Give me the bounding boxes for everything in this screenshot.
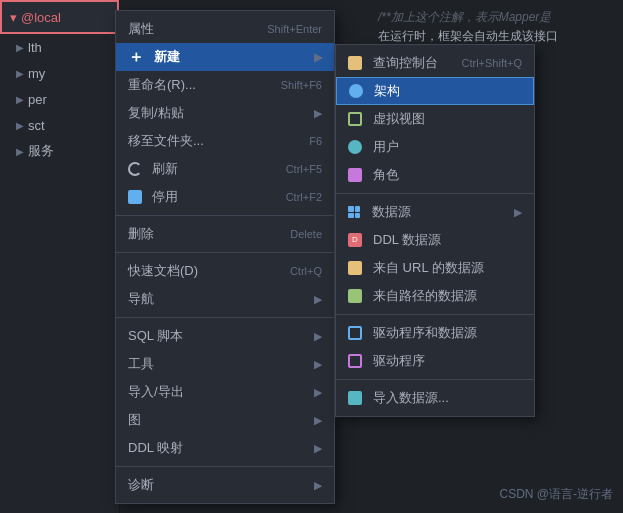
submenu-arrow-navigate: ▶ xyxy=(314,293,322,306)
datasource-icon xyxy=(348,206,360,218)
menu-label-diagram: 图 xyxy=(128,411,141,429)
item-label: sct xyxy=(28,118,45,133)
ddl-icon: D xyxy=(348,233,362,247)
menu-item-user[interactable]: 用户 xyxy=(336,133,534,161)
submenu-arrow-new: ▶ xyxy=(314,51,322,64)
menu-item-ddldatasource[interactable]: D DDL 数据源 xyxy=(336,226,534,254)
menu-item-driver[interactable]: 驱动程序 xyxy=(336,347,534,375)
context-menu-right: 查询控制台 Ctrl+Shift+Q 架构 虚拟视图 用户 角色 xyxy=(335,44,535,417)
item-arrow: ▶ xyxy=(16,146,24,157)
menu-label-ddldatasource: D DDL 数据源 xyxy=(348,231,441,249)
menu-item-role[interactable]: 角色 xyxy=(336,161,534,189)
refresh-icon xyxy=(128,162,142,176)
submenu-arrow-tools: ▶ xyxy=(314,358,322,371)
separator-right-2 xyxy=(336,314,534,315)
menu-shortcut-refresh: Ctrl+F5 xyxy=(286,163,322,175)
menu-item-importexport[interactable]: 导入/导出 ▶ xyxy=(116,378,334,406)
menu-shortcut-disable: Ctrl+F2 xyxy=(286,191,322,203)
user-icon xyxy=(348,140,362,154)
sidebar: ▾ @local ▶ lth ▶ my ▶ per ▶ sct ▶ 服务 xyxy=(0,0,120,513)
submenu-arrow-diagram: ▶ xyxy=(314,414,322,427)
menu-item-navigate[interactable]: 导航 ▶ xyxy=(116,285,334,313)
sidebar-item-sct[interactable]: ▶ sct xyxy=(0,112,119,138)
menu-item-virtualview[interactable]: 虚拟视图 xyxy=(336,105,534,133)
url-icon xyxy=(348,261,362,275)
menu-item-pathdatasource[interactable]: 来自路径的数据源 xyxy=(336,282,534,310)
menu-item-quickdoc[interactable]: 快速文档(D) Ctrl+Q xyxy=(116,257,334,285)
disable-icon xyxy=(128,190,142,204)
view-icon xyxy=(348,112,362,126)
menu-item-queryconsole[interactable]: 查询控制台 Ctrl+Shift+Q xyxy=(336,49,534,77)
menu-item-copypaste[interactable]: 复制/粘贴 ▶ xyxy=(116,99,334,127)
menu-item-disable[interactable]: 停用 Ctrl+F2 xyxy=(116,183,334,211)
menu-label-driveranddatasource: 驱动程序和数据源 xyxy=(348,324,477,342)
menu-item-rename[interactable]: 重命名(R)... Shift+F6 xyxy=(116,71,334,99)
menu-item-refresh[interactable]: 刷新 Ctrl+F5 xyxy=(116,155,334,183)
menu-item-datasource[interactable]: 数据源 ▶ xyxy=(336,198,534,226)
item-arrow: ▶ xyxy=(16,94,24,105)
separator-2 xyxy=(116,252,334,253)
menu-label-navigate: 导航 xyxy=(128,290,154,308)
menu-item-new[interactable]: ＋ 新建 ▶ xyxy=(116,43,334,71)
watermark-text: CSDN @语言-逆行者 xyxy=(499,487,613,501)
menu-item-tools[interactable]: 工具 ▶ xyxy=(116,350,334,378)
menu-label-importexport: 导入/导出 xyxy=(128,383,184,401)
menu-label-virtualview: 虚拟视图 xyxy=(348,110,425,128)
sidebar-expand-arrow: ▾ xyxy=(10,10,17,25)
menu-shortcut-quickdoc: Ctrl+Q xyxy=(290,265,322,277)
separator-3 xyxy=(116,317,334,318)
menu-item-driveranddatasource[interactable]: 驱动程序和数据源 xyxy=(336,319,534,347)
import-icon xyxy=(348,391,362,405)
menu-item-diagram[interactable]: 图 ▶ xyxy=(116,406,334,434)
watermark: CSDN @语言-逆行者 xyxy=(499,486,613,503)
menu-label-rename: 重命名(R)... xyxy=(128,76,196,94)
menu-item-urldatasource[interactable]: 来自 URL 的数据源 xyxy=(336,254,534,282)
submenu-arrow-datasource: ▶ xyxy=(514,206,522,219)
menu-label-queryconsole: 查询控制台 xyxy=(348,54,438,72)
menu-item-properties[interactable]: 属性 Shift+Enter xyxy=(116,15,334,43)
menu-label-urldatasource: 来自 URL 的数据源 xyxy=(348,259,484,277)
menu-label-driver: 驱动程序 xyxy=(348,352,425,370)
item-label: my xyxy=(28,66,45,81)
menu-item-diagnose[interactable]: 诊断 ▶ xyxy=(116,471,334,499)
menu-label-importdatasource: 导入数据源... xyxy=(348,389,449,407)
item-arrow: ▶ xyxy=(16,42,24,53)
sidebar-connection-label: @local xyxy=(21,10,61,25)
menu-label-user: 用户 xyxy=(348,138,399,156)
code-comment-line1: /**加上这个注解，表示Mapper是 xyxy=(378,10,551,24)
menu-item-sqlscript[interactable]: SQL 脚本 ▶ xyxy=(116,322,334,350)
menu-item-importdatasource[interactable]: 导入数据源... xyxy=(336,384,534,412)
item-label: per xyxy=(28,92,47,107)
menu-label-diagnose: 诊断 xyxy=(128,476,154,494)
menu-item-movefile[interactable]: 移至文件夹... F6 xyxy=(116,127,334,155)
menu-shortcut-rename: Shift+F6 xyxy=(281,79,322,91)
sidebar-item-lth[interactable]: ▶ lth xyxy=(0,34,119,60)
item-label: lth xyxy=(28,40,42,55)
menu-label-refresh: 刷新 xyxy=(128,160,178,178)
separator-right-3 xyxy=(336,379,534,380)
menu-label-quickdoc: 快速文档(D) xyxy=(128,262,198,280)
menu-shortcut-properties: Shift+Enter xyxy=(267,23,322,35)
submenu-arrow-importexport: ▶ xyxy=(314,386,322,399)
menu-item-schema[interactable]: 架构 xyxy=(336,77,534,105)
separator-1 xyxy=(116,215,334,216)
menu-label-new: ＋ 新建 xyxy=(128,47,180,68)
path-icon xyxy=(348,289,362,303)
plus-icon: ＋ xyxy=(128,47,144,68)
context-menu-left: 属性 Shift+Enter ＋ 新建 ▶ 重命名(R)... Shift+F6… xyxy=(115,10,335,504)
sidebar-item-my[interactable]: ▶ my xyxy=(0,60,119,86)
menu-item-ddlmapping[interactable]: DDL 映射 ▶ xyxy=(116,434,334,462)
menu-label-schema: 架构 xyxy=(349,82,400,100)
menu-label-copypaste: 复制/粘贴 xyxy=(128,104,184,122)
sidebar-header[interactable]: ▾ @local xyxy=(0,0,119,34)
item-arrow: ▶ xyxy=(16,68,24,79)
menu-shortcut-delete: Delete xyxy=(290,228,322,240)
code-text-line2: 在运行时，框架会自动生成该接口 xyxy=(378,29,558,43)
sidebar-item-services[interactable]: ▶ 服务 xyxy=(0,138,119,164)
item-arrow: ▶ xyxy=(16,120,24,131)
menu-label-role: 角色 xyxy=(348,166,399,184)
separator-right-1 xyxy=(336,193,534,194)
menu-item-delete[interactable]: 删除 Delete xyxy=(116,220,334,248)
submenu-arrow-ddlmapping: ▶ xyxy=(314,442,322,455)
sidebar-item-per[interactable]: ▶ per xyxy=(0,86,119,112)
